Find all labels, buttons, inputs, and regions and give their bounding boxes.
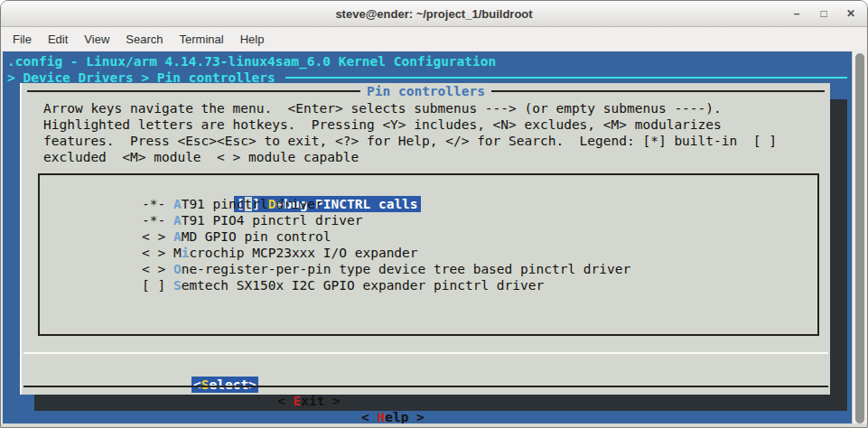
select-button[interactable]: <Select>	[191, 377, 258, 393]
dialog-bottom-border	[23, 386, 828, 387]
window-bottom-frame	[1, 423, 867, 427]
hotkey-letter: E	[293, 394, 301, 408]
close-icon[interactable]: ✕	[844, 7, 858, 20]
dialog-shadow-right	[830, 99, 847, 395]
maximize-icon[interactable]: □	[817, 7, 831, 20]
menu-listbox: [ ] Debug PINCTRL calls -*- AT91 pinctrl…	[38, 173, 819, 336]
menu-item-at91-pio4[interactable]: -*- AT91 PIO4 pinctrl driver	[142, 212, 817, 228]
menu-terminal[interactable]: Terminal	[172, 30, 232, 49]
breadcrumb-rule	[285, 77, 847, 79]
menu-item-debug-pinctrl[interactable]: [ ] Debug PINCTRL calls	[142, 180, 817, 196]
minimize-icon[interactable]: –	[789, 7, 804, 20]
menu-item-amd-gpio[interactable]: < > AMD GPIO pin control	[142, 228, 817, 245]
hotkey-letter: A	[173, 213, 182, 228]
hotkey-letter: A	[173, 197, 182, 211]
hotkey-letter: O	[173, 262, 182, 276]
scrollbar-thumb[interactable]	[855, 53, 864, 423]
hotkey-letter: A	[173, 229, 182, 244]
dialog-instructions: Arrow keys navigate the menu. <Enter> se…	[43, 100, 777, 165]
menu-bar: File Edit View Search Terminal Help	[1, 27, 867, 51]
hotkey-letter: S	[173, 278, 182, 293]
dialog-buttons: <Select> < Exit > < Help > < Save > < Lo…	[22, 360, 830, 377]
menu-search[interactable]: Search	[117, 30, 171, 49]
menu-item-one-register-per-pin[interactable]: < > One-register-per-pin type device tre…	[142, 261, 817, 277]
dialog-border-line	[491, 90, 825, 92]
terminal-scrollbar[interactable]	[852, 51, 867, 425]
exit-button[interactable]: < Exit >	[277, 393, 341, 409]
dialog-title: Pin controllers	[360, 83, 491, 99]
menu-item-semtech-sx150x[interactable]: [ ] Semtech SX150x I2C GPIO expander pin…	[142, 277, 817, 293]
pin-controllers-dialog: Pin controllers Arrow keys navigate the …	[20, 83, 830, 395]
dialog-titlebar: Pin controllers	[27, 83, 825, 99]
menu-item-microchip-mcp23xxx[interactable]: < > Microchip MCP23xxx I/O expander	[142, 245, 817, 261]
window-titlebar[interactable]: steve@ender: ~/project_1/buildroot – □ ✕	[1, 1, 867, 27]
menu-view[interactable]: View	[76, 30, 117, 49]
dialog-border-line	[27, 90, 360, 92]
window-title: steve@ender: ~/project_1/buildroot	[335, 7, 532, 21]
menu-file[interactable]: File	[5, 30, 40, 49]
hotkey-letter: H	[377, 410, 385, 424]
menu-item-at91-pinctrl[interactable]: -*- AT91 pinctrl driver	[142, 196, 817, 212]
terminal-screen[interactable]: .config - Linux/arm 4.14.73-linux4sam_6.…	[3, 51, 854, 425]
menu-edit[interactable]: Edit	[40, 30, 76, 49]
kernel-config-header: .config - Linux/arm 4.14.73-linux4sam_6.…	[7, 53, 496, 70]
dialog-shadow-bottom	[34, 395, 847, 411]
menu-help[interactable]: Help	[232, 30, 273, 49]
menu-items: [ ] Debug PINCTRL calls -*- AT91 pinctrl…	[40, 175, 817, 293]
terminal-window: steve@ender: ~/project_1/buildroot – □ ✕…	[0, 0, 868, 428]
button-separator-line	[23, 352, 828, 354]
